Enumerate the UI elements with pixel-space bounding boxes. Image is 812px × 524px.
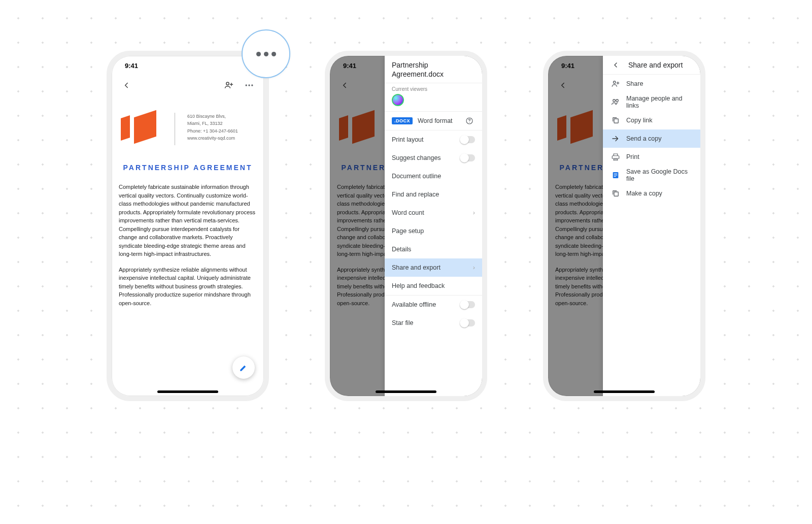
letterhead-address: 610 Biscayne Blvs, Miami, FL, 33132 Phon… (187, 113, 238, 142)
svg-rect-17 (614, 175, 618, 175)
available-offline-row[interactable]: Available offline (385, 296, 482, 314)
phone-3: 9:41 610 Biscayne Blvs,Miami, FL, 33132P… (543, 51, 705, 401)
svg-point-3 (246, 84, 247, 86)
svg-point-12 (613, 100, 616, 102)
toggle-switch[interactable] (460, 154, 475, 161)
print-layout-row[interactable]: Print layout (385, 130, 482, 149)
svg-point-13 (616, 100, 619, 102)
svg-point-11 (614, 81, 616, 84)
current-viewers-label: Current viewers (392, 86, 475, 92)
send-icon (610, 134, 621, 143)
help-icon[interactable] (464, 117, 475, 125)
edit-fab[interactable] (232, 356, 255, 379)
people-icon (610, 97, 621, 107)
home-indicator (376, 390, 436, 393)
suggest-changes-row[interactable]: Suggest changes (385, 149, 482, 167)
home-indicator (157, 390, 218, 393)
make-copy-row[interactable]: Make a copy (603, 184, 700, 203)
share-export-row[interactable]: Share and export› (385, 258, 482, 277)
body-paragraph: Appropriately synthesize reliable alignm… (119, 266, 257, 308)
more-icon (256, 52, 276, 56)
find-replace-row[interactable]: Find and replace (385, 185, 482, 204)
word-format-row[interactable]: .DOCX Word format (385, 112, 482, 130)
docx-chip: .DOCX (392, 117, 413, 124)
details-row[interactable]: Details (385, 240, 482, 258)
add-person-icon (610, 79, 621, 88)
drawer-file-title: Partnership Agreement.docx (385, 56, 482, 83)
document-outline-row[interactable]: Document outline (385, 167, 482, 185)
options-drawer: Partnership Agreement.docx Current viewe… (385, 56, 482, 396)
back-button[interactable] (118, 77, 135, 94)
add-person-button[interactable] (220, 77, 238, 94)
svg-point-5 (251, 84, 253, 86)
toggle-switch[interactable] (460, 301, 475, 308)
copy-icon (610, 189, 621, 198)
svg-rect-16 (614, 174, 618, 174)
copy-link-row[interactable]: Copy link (603, 111, 700, 129)
drawer-header: Share and export (603, 56, 700, 74)
chevron-right-icon: › (473, 264, 475, 271)
print-row[interactable]: Print (603, 148, 700, 166)
svg-rect-19 (614, 192, 618, 196)
drawer-title: Share and export (628, 61, 683, 69)
print-icon (610, 152, 621, 161)
svg-point-2 (226, 82, 229, 85)
google-docs-icon (610, 171, 621, 179)
more-button[interactable] (241, 77, 258, 94)
home-indicator (594, 390, 655, 393)
status-bar: 9:41 (112, 56, 264, 75)
svg-rect-14 (614, 119, 618, 123)
manage-people-row[interactable]: Manage people and links (603, 93, 700, 111)
logo (121, 113, 162, 142)
chevron-right-icon: › (473, 209, 475, 216)
star-file-row[interactable]: Star file (385, 314, 482, 332)
word-count-row[interactable]: Word count› (385, 204, 482, 222)
app-bar (112, 75, 264, 95)
toggle-switch[interactable] (460, 319, 475, 326)
share-export-drawer: Share and export Share Manage people and… (603, 56, 700, 396)
more-button-callout (242, 29, 290, 78)
body-paragraph: Completely fabricate sustainable informa… (119, 183, 257, 258)
help-feedback-row[interactable]: Help and feedback (385, 277, 482, 295)
send-copy-row[interactable]: Send a copy (603, 129, 700, 148)
copy-icon (610, 116, 621, 125)
phone-2: 9:41 610 Biscayne Blvs,Miami, FL, 33132P… (325, 51, 487, 401)
svg-rect-18 (614, 176, 616, 177)
page-setup-row[interactable]: Page setup (385, 222, 482, 240)
status-time: 9:41 (125, 62, 138, 70)
svg-point-4 (248, 84, 250, 86)
document-title: PARTNERSHIP AGREEMENT (119, 154, 257, 183)
back-icon[interactable] (610, 61, 621, 69)
share-row[interactable]: Share (603, 75, 700, 93)
document-content: 610 Biscayne Blvs, Miami, FL, 33132 Phon… (112, 95, 264, 307)
phone-1: 9:41 (107, 51, 269, 401)
save-as-docs-row[interactable]: Save as Google Docs file (603, 166, 700, 184)
toggle-switch[interactable] (460, 136, 475, 143)
viewer-avatar[interactable] (392, 94, 404, 106)
